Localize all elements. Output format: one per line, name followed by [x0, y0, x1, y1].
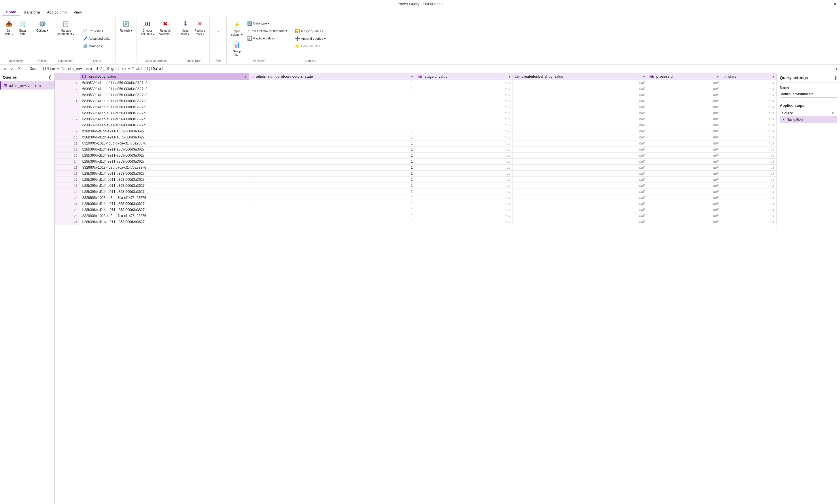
table-cell: null: [647, 219, 721, 225]
queries-header: Queries ❮: [0, 73, 54, 82]
col-header-stageid-value[interactable]: ABC _stageid_value ▾: [415, 73, 513, 80]
properties-button[interactable]: 📄 Properties: [81, 28, 113, 34]
remove-columns-button[interactable]: ✖ Removecolumns ▾: [157, 18, 174, 37]
table-cell: 832990fb-1028-4d3b-b7ca-cf1476a23876: [80, 141, 249, 146]
tab-view[interactable]: View: [70, 8, 85, 16]
settings-expand-icon[interactable]: ❯: [834, 75, 837, 80]
table-cell: 1: [249, 98, 415, 104]
get-data-button[interactable]: 📥 Getdata ▾: [2, 18, 16, 37]
tab-transform[interactable]: Transform: [20, 8, 43, 16]
formula-input[interactable]: [30, 67, 834, 71]
choose-columns-button[interactable]: ⊞ Choosecolumns ▾: [139, 18, 156, 37]
close-button[interactable]: ✕: [832, 1, 838, 7]
first-row-headers-button[interactable]: ↑ Use first row as headers ▾: [246, 28, 288, 34]
remove-rows-label: Removerows ▾: [194, 29, 205, 36]
col-header-state[interactable]: 1²³ state ▾: [721, 73, 776, 80]
tab-home[interactable]: Home: [2, 8, 20, 16]
manage-button[interactable]: ⚙️ Manage ▾: [81, 43, 113, 49]
table-cell: null: [721, 98, 776, 104]
formula-cancel-icon[interactable]: ✕: [2, 67, 8, 71]
col-filter-admin-numconnectors[interactable]: ▾: [412, 75, 413, 78]
table-row: 76c39539f-41eb-e911-a856-000d3a3627b31nu…: [55, 116, 776, 122]
table-cell: null: [512, 122, 647, 128]
data-type-button[interactable]: 🔢 Data type ▾: [246, 20, 288, 26]
table-cell: null: [512, 207, 647, 213]
options-button[interactable]: ⚙️ Options ▾: [34, 18, 50, 34]
step-label-navigation: Navigation: [786, 118, 803, 122]
merge-queries-button[interactable]: 🔀 Merge queries ▾: [294, 28, 327, 34]
table-cell: null: [647, 116, 721, 122]
formula-confirm-icon[interactable]: ✓: [9, 67, 15, 71]
replace-values-icon: 🔄: [247, 36, 252, 40]
step-gear-source[interactable]: ⚙: [832, 111, 835, 115]
query-name-input[interactable]: [780, 91, 837, 97]
table-cell: 6c39539f-41eb-e911-a856-000d3a3627b3: [80, 98, 249, 104]
table-cell: null: [512, 134, 647, 141]
table-cell: null: [647, 104, 721, 110]
ribbon-group-manage-cols-items: ⊞ Choosecolumns ▾ ✖ Removecolumns ▾: [139, 18, 174, 58]
combine-files-label: Combine files: [301, 44, 320, 48]
row-num-cell: 9: [55, 128, 80, 134]
query-item-admin-environments[interactable]: ⊞ admin_environments: [0, 82, 54, 90]
refresh-label: Refresh ▾: [120, 29, 132, 33]
table-row: 16b28b396b-d1d4-e911-a853-000d3a3627...1…: [55, 171, 776, 177]
settings-header: Query settings ❯: [777, 73, 840, 83]
table-cell: 1: [249, 219, 415, 225]
formula-expand-icon[interactable]: ▾: [835, 66, 838, 71]
table-cell: 832990fb-1028-4d3b-b7ca-cf1476a23876: [80, 165, 249, 171]
col-header-processid[interactable]: ABC _processid ▾: [647, 73, 721, 80]
ribbon-group-refresh-label: [118, 62, 134, 62]
table-row: 24b28b396b-d1d4-e911-a853-000d3a3627...1…: [55, 219, 776, 225]
step-delete-navigation[interactable]: ✕: [782, 118, 785, 122]
append-queries-button[interactable]: ➕ Append queries ▾: [294, 35, 327, 42]
data-grid-wrapper[interactable]: ABC _createdby_value ▾ 1²³ admin_numbero…: [55, 73, 776, 504]
table-cell: null: [415, 80, 513, 86]
table-cell: null: [647, 213, 721, 219]
row-num-cell: 16: [55, 171, 80, 177]
table-cell: null: [647, 146, 721, 152]
col-filter-stageid-value[interactable]: ▾: [509, 75, 510, 78]
col-filter-processid[interactable]: ▾: [717, 75, 718, 78]
ribbon-group-new-query-items: 📥 Getdata ▾ 🗒️ Enterdata: [2, 18, 29, 58]
col-filter-createdonbehalfby[interactable]: ▾: [643, 75, 645, 78]
ribbon-group-reduce-rows-items: ⬇ Keeprows ▾ ✕ Removerows ▾: [179, 18, 207, 58]
table-cell: null: [647, 195, 721, 201]
advanced-editor-button[interactable]: 🖊️ Advanced editor: [81, 35, 113, 42]
col-header-createdonbehalfby[interactable]: ABC _createdonbehalfby_value ▾: [512, 73, 647, 80]
sort-desc-button[interactable]: ↓: [212, 39, 224, 51]
row-num-cell: 10: [55, 134, 80, 141]
col-filter-createdby-value[interactable]: ▾: [245, 75, 246, 78]
remove-rows-button[interactable]: ✕ Removerows ▾: [192, 18, 207, 37]
table-cell: null: [721, 219, 776, 225]
table-row: 66c39539f-41eb-e911-a856-000d3a3627b31nu…: [55, 110, 776, 116]
table-cell: null: [647, 141, 721, 146]
col-filter-state[interactable]: ▾: [773, 75, 774, 78]
remove-columns-label: Removecolumns ▾: [159, 29, 172, 36]
step-item-source[interactable]: Source ⚙: [780, 110, 837, 116]
split-column-button[interactable]: ⚡ Splitcolumn ▾: [229, 18, 245, 38]
combine-files-button[interactable]: 📁 Combine files: [294, 43, 327, 49]
table-cell: null: [415, 189, 513, 195]
refresh-button[interactable]: 🔃 Refresh ▾: [118, 18, 134, 34]
row-num-cell: 24: [55, 219, 80, 225]
advanced-editor-label: Advanced editor: [89, 37, 112, 40]
table-cell: 1: [249, 183, 415, 189]
table-cell: null: [721, 189, 776, 195]
keep-rows-button[interactable]: ⬇ Keeprows ▾: [179, 18, 192, 37]
row-num-cell: 6: [55, 110, 80, 116]
replace-values-button[interactable]: 🔄 Replace values: [246, 35, 288, 41]
sort-asc-button[interactable]: ↑: [212, 26, 224, 38]
tab-add-column[interactable]: Add column: [43, 8, 70, 16]
step-item-navigation[interactable]: ✕ Navigation: [780, 116, 837, 123]
queries-collapse-button[interactable]: ❮: [48, 75, 52, 79]
formula-fx-icon[interactable]: fx: [16, 67, 22, 71]
col-header-admin-numconnectors[interactable]: 1²³ admin_numberofconnectors_state ▾: [249, 73, 415, 80]
table-body: 16c39539f-41eb-e911-a856-000d3a3627b31nu…: [55, 80, 776, 225]
table-cell: null: [512, 165, 647, 171]
row-num-cell: 5: [55, 104, 80, 110]
append-queries-icon: ➕: [295, 36, 300, 41]
col-header-createdby-value[interactable]: ABC _createdby_value ▾: [80, 73, 249, 80]
manage-parameters-button[interactable]: 📋 Manageparameters ▾: [55, 18, 76, 37]
enter-data-button[interactable]: 🗒️ Enterdata: [16, 18, 29, 37]
group-by-button[interactable]: 📊 Groupby: [229, 39, 245, 58]
